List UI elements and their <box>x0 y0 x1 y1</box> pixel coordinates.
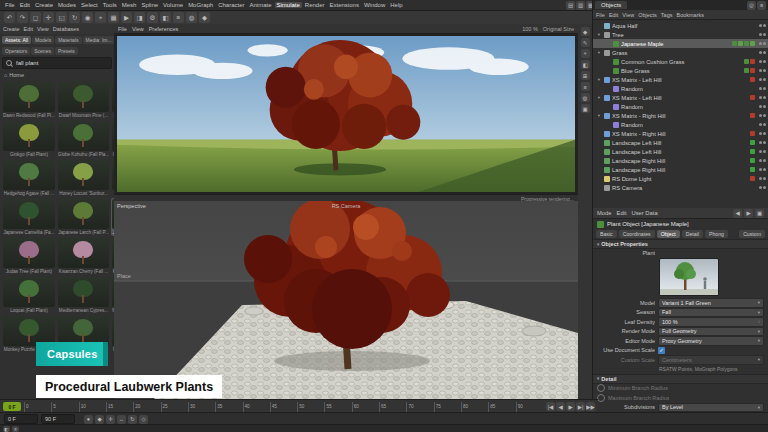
menu-item[interactable]: Render <box>303 2 327 8</box>
size-mode-dropdown[interactable]: Original Size <box>543 26 574 32</box>
visibility-dots[interactable] <box>759 96 766 99</box>
visibility-dots[interactable] <box>759 60 766 63</box>
picture-viewer-menu-item[interactable]: Preferences <box>149 26 179 32</box>
radio-icon[interactable] <box>597 394 605 402</box>
menu-item[interactable]: Mesh <box>120 2 139 8</box>
render-settings-icon[interactable]: ⚙ <box>147 12 158 23</box>
object-row[interactable]: ▾ XS Matrix - Left Hill <box>593 75 768 84</box>
menu-item[interactable]: Volume <box>161 2 185 8</box>
asset-item[interactable]: Honey Locust 'Sunbur... <box>57 159 110 197</box>
asset-item[interactable]: Kwanzan Cherry (Fall ... <box>57 237 110 275</box>
asset-browser-menu-item[interactable]: Edit <box>24 26 33 32</box>
visibility-dots[interactable] <box>759 69 766 72</box>
tag-icon[interactable] <box>750 41 755 46</box>
asset-item[interactable]: Japanese Larch (Fall P... <box>57 198 110 236</box>
asset-item[interactable]: Globe Kohuhu (Fall Pla... <box>57 120 110 158</box>
visibility-dots[interactable] <box>759 150 766 153</box>
tag-icon[interactable] <box>744 59 749 64</box>
expander-icon[interactable]: ▾ <box>596 32 602 37</box>
undo-icon[interactable]: ↶ <box>4 12 15 23</box>
asset-browser-menu-item[interactable]: Databases <box>53 26 79 32</box>
menu-item[interactable]: Extensions <box>328 2 361 8</box>
menu-item[interactable]: MoGraph <box>186 2 215 8</box>
scale-tool-icon[interactable]: ◱ <box>56 12 67 23</box>
visibility-dots[interactable] <box>759 159 766 162</box>
spinner-icon[interactable]: ↕ <box>758 319 760 324</box>
asset-item[interactable]: Dawn Redwood (Fall Pl... <box>2 81 56 119</box>
split-view-icon[interactable]: ◧ <box>581 60 590 69</box>
radio-icon[interactable] <box>597 384 605 392</box>
object-row[interactable]: RS Camera <box>593 183 768 192</box>
menu-item[interactable]: File <box>3 2 17 8</box>
status-mode-icon[interactable]: ◧ <box>3 426 10 432</box>
visibility-dots[interactable] <box>759 186 766 189</box>
section-detail[interactable]: ▾ Detail <box>593 374 768 384</box>
asset-item[interactable]: Ginkgo (Fall Plant) <box>2 120 56 158</box>
record-scale-toggle[interactable]: ↔ <box>117 415 126 424</box>
go-to-end-button[interactable]: ▶▶ <box>586 402 595 411</box>
tag-icon[interactable] <box>750 131 755 136</box>
objects-menu-item[interactable]: File <box>596 12 605 18</box>
object-row[interactable]: Aqua Half <box>593 21 768 30</box>
custom-scale-dropdown[interactable]: Centimeters▾ <box>658 355 764 365</box>
visibility-dots[interactable] <box>759 42 766 45</box>
autokey-button[interactable]: ◆ <box>95 415 104 424</box>
menu-item[interactable]: Help <box>388 2 404 8</box>
lock-icon[interactable]: ▣ <box>755 209 764 218</box>
attribute-tab[interactable]: Detail <box>682 230 703 238</box>
layout-1-icon[interactable]: ▤ <box>566 1 575 10</box>
attribute-tab[interactable]: Phong <box>705 230 728 238</box>
object-row[interactable]: ▾ XS Matrix - Right Hill <box>593 111 768 120</box>
expander-icon[interactable]: ▾ <box>596 50 602 55</box>
asset-filter-tab[interactable]: Presets <box>55 47 78 55</box>
axis-center-icon[interactable]: ⌖ <box>581 49 590 58</box>
asset-filter-tab[interactable]: Assets: All <box>2 36 31 44</box>
asset-item[interactable]: Japanese Camellia (Fa... <box>2 198 56 236</box>
tag-icon[interactable] <box>750 68 755 73</box>
asset-browser-menu-item[interactable]: View <box>37 26 49 32</box>
tag-icon[interactable] <box>750 140 755 145</box>
live-selection-icon[interactable]: ◻ <box>30 12 41 23</box>
asset-filter-tab[interactable]: Materials <box>55 36 81 44</box>
attribute-tab[interactable]: Basic <box>596 230 617 238</box>
menu-item[interactable]: Edit <box>18 2 32 8</box>
expander-icon[interactable]: ▾ <box>596 113 602 118</box>
asset-filter-tab[interactable]: Models <box>32 36 54 44</box>
record-position-toggle[interactable]: ✛ <box>106 415 115 424</box>
tag-icon[interactable] <box>750 95 755 100</box>
attributes-menu-item[interactable]: User Data <box>632 210 658 216</box>
visibility-dots[interactable] <box>759 33 766 36</box>
tag-icon[interactable] <box>744 41 749 46</box>
render-mode-dropdown[interactable]: Full Geometry▾ <box>658 327 764 337</box>
object-row[interactable]: ▾ Grass <box>593 48 768 57</box>
expander-icon[interactable]: ▾ <box>596 77 602 82</box>
go-to-start-button[interactable]: |◀ <box>546 402 555 411</box>
visibility-dots[interactable] <box>759 24 766 27</box>
visibility-dots[interactable] <box>759 51 766 54</box>
object-row[interactable]: Random <box>593 84 768 93</box>
editor-mode-dropdown[interactable]: Proxy Geometry▾ <box>658 336 764 346</box>
object-row[interactable]: Landscape Left Hill <box>593 138 768 147</box>
visibility-dots[interactable] <box>759 105 766 108</box>
objects-menu-item[interactable]: View <box>622 12 634 18</box>
tag-icon[interactable] <box>744 68 749 73</box>
picture-viewer-menu-item[interactable]: View <box>132 26 144 32</box>
viewport-camera-label[interactable]: RS Camera <box>332 203 361 209</box>
subdivisions-dropdown[interactable]: By Level▾ <box>658 403 764 413</box>
tag-icon[interactable] <box>732 41 737 46</box>
timeline-ruler[interactable]: 051015202530354045505560657075808590 <box>24 402 543 412</box>
panel-menu-icon[interactable]: ≡ <box>757 1 766 10</box>
menu-item[interactable]: Select <box>79 2 100 8</box>
object-row[interactable]: RS Dome Light <box>593 174 768 183</box>
menu-item[interactable]: Spline <box>139 2 160 8</box>
range-start-field[interactable]: 0 F <box>4 414 38 424</box>
menu-item[interactable]: Create <box>33 2 55 8</box>
section-object-properties[interactable]: ▾ Object Properties <box>593 239 768 249</box>
objects-menu-item[interactable]: Edit <box>609 12 618 18</box>
rotate-tool-icon[interactable]: ↻ <box>69 12 80 23</box>
asset-browser-menu-item[interactable]: Create <box>3 26 20 32</box>
perspective-viewport[interactable]: Perspective RS Camera Place <box>114 201 578 399</box>
object-row[interactable]: Landscape Right Hill <box>593 165 768 174</box>
search-input[interactable] <box>14 59 108 67</box>
tag-icon[interactable] <box>738 41 743 46</box>
